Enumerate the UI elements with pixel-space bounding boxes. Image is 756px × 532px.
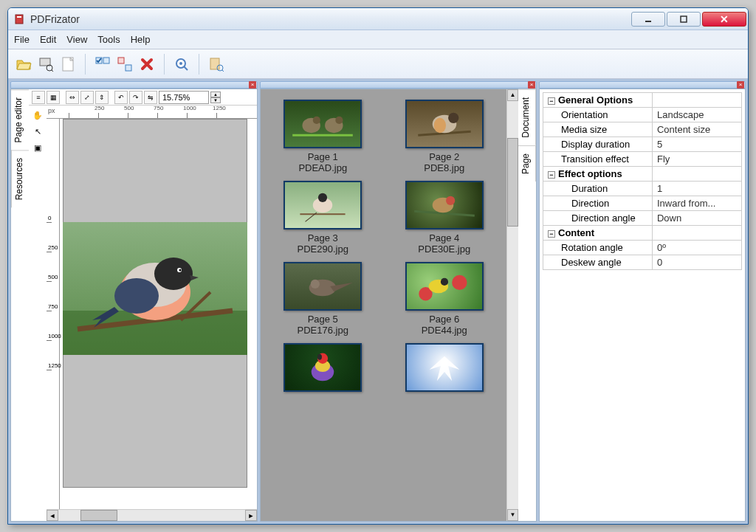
- svg-point-45: [452, 275, 467, 290]
- titlebar[interactable]: PDFrizator ✕: [8, 8, 748, 30]
- thumbnail-2[interactable]: Page 2 PDE8.jpg: [405, 100, 484, 173]
- app-icon: [14, 13, 26, 25]
- close-panel-icon[interactable]: ×: [528, 81, 535, 89]
- collapse-icon[interactable]: −: [548, 230, 555, 238]
- rotate-right-button[interactable]: ↷: [129, 91, 142, 104]
- prop-rot-key: Rotation angle: [543, 241, 653, 255]
- group-content[interactable]: −Content: [543, 226, 653, 241]
- hand-tool-icon[interactable]: ✋: [31, 108, 44, 122]
- tab-document[interactable]: Document: [518, 89, 536, 145]
- export-button[interactable]: [207, 55, 226, 74]
- prop-mediasize-val[interactable]: Content size: [652, 122, 741, 137]
- crop-tool-icon[interactable]: ▣: [31, 141, 44, 154]
- menu-help[interactable]: Help: [131, 34, 151, 45]
- hscroll[interactable]: ◄ ►: [47, 509, 257, 521]
- ruler-horizontal: px 250 500 750 1000 1250: [47, 106, 257, 119]
- preview-button[interactable]: [172, 55, 191, 74]
- delete-button[interactable]: [137, 55, 157, 74]
- prop-deskew-key: Deskew angle: [543, 255, 653, 270]
- svg-rect-15: [210, 58, 219, 69]
- thumbnail-3[interactable]: Page 3 PDE290.jpg: [284, 181, 362, 255]
- maximize-button[interactable]: [667, 12, 701, 27]
- tab-resources[interactable]: Resources: [11, 150, 29, 207]
- panel-header[interactable]: ×: [10, 81, 258, 89]
- prop-dispdur-val[interactable]: 5: [652, 137, 741, 152]
- canvas-image[interactable]: [63, 222, 247, 355]
- scroll-right-icon[interactable]: ►: [245, 510, 257, 521]
- select-all-button[interactable]: [93, 55, 112, 74]
- prop-orientation-val[interactable]: Landscape: [652, 108, 741, 122]
- editor-tool-1[interactable]: ≡: [32, 91, 45, 104]
- prop-trans-val[interactable]: Fly: [652, 152, 741, 167]
- titlebar-title: PDFrizator: [30, 13, 80, 25]
- menu-tools[interactable]: Tools: [97, 34, 120, 45]
- svg-point-27: [179, 269, 182, 272]
- thumbnail-8[interactable]: [405, 343, 484, 395]
- thumbnail-1[interactable]: Page 1 PDEAD.jpg: [284, 100, 362, 173]
- prop-dir-key: Direction: [543, 196, 653, 211]
- prop-mediasize-key: Media size: [543, 122, 653, 137]
- scroll-down-icon[interactable]: ▼: [507, 509, 518, 521]
- mid-sidetabs: Document Page: [518, 89, 536, 521]
- minimize-button[interactable]: [631, 12, 665, 27]
- prop-dirang-val[interactable]: Down: [652, 211, 741, 226]
- zoom-input[interactable]: [159, 91, 209, 104]
- thumbnails-area[interactable]: Page 1 PDEAD.jpg Page 2 PDE8.jpg Page 3 …: [261, 89, 506, 521]
- toolbar-separator: [199, 54, 199, 75]
- zoom-spinner[interactable]: ▲▼: [210, 91, 221, 103]
- panel-header[interactable]: ×: [260, 81, 537, 89]
- thumbnail-4[interactable]: Page 4 PDE30E.jpg: [405, 181, 484, 255]
- tab-page[interactable]: Page: [518, 145, 536, 182]
- thumbnail-6[interactable]: Page 6 PDE44.jpg: [405, 262, 484, 336]
- tab-page-editor[interactable]: Page editor: [11, 89, 29, 150]
- close-panel-icon[interactable]: ×: [737, 81, 744, 89]
- menu-edit[interactable]: Edit: [40, 34, 56, 45]
- deselect-button[interactable]: [115, 55, 134, 74]
- editor-tool-2[interactable]: ▦: [47, 91, 60, 104]
- group-general[interactable]: −General Options: [543, 93, 653, 108]
- svg-rect-10: [118, 58, 124, 63]
- prop-dispdur-key: Display duration: [543, 137, 653, 152]
- svg-rect-9: [103, 58, 109, 63]
- toolbar-separator: [164, 54, 165, 75]
- new-page-button[interactable]: [58, 55, 78, 74]
- menu-view[interactable]: View: [66, 34, 87, 45]
- svg-rect-3: [681, 16, 687, 22]
- thumbnail-7[interactable]: [284, 343, 362, 395]
- close-button[interactable]: ✕: [702, 12, 746, 27]
- scroll-up-icon[interactable]: ▲: [507, 89, 518, 101]
- vscroll-thumb[interactable]: [507, 138, 518, 227]
- svg-point-25: [114, 278, 159, 314]
- ruler-vertical: 0 250 500 750 1000 1250: [47, 119, 60, 509]
- collapse-icon[interactable]: −: [548, 171, 555, 179]
- prop-rot-val[interactable]: 0º: [652, 241, 741, 255]
- close-panel-icon[interactable]: ×: [249, 81, 256, 89]
- open-folder-button[interactable]: [14, 55, 33, 74]
- prop-dir-val[interactable]: Inward from...: [652, 196, 741, 211]
- properties-panel: × −General Options OrientationLandscape …: [539, 81, 746, 522]
- window-buttons: ✕: [630, 12, 746, 27]
- collapse-icon[interactable]: −: [548, 97, 555, 105]
- svg-point-24: [154, 258, 193, 290]
- scan-button[interactable]: [36, 55, 55, 74]
- pointer-tool-icon[interactable]: ↖: [31, 125, 44, 138]
- svg-rect-0: [16, 15, 23, 24]
- canvas[interactable]: [60, 119, 257, 509]
- prop-dirang-key: Direction angle: [543, 211, 653, 226]
- panel-header[interactable]: ×: [539, 81, 746, 89]
- fit-height-button[interactable]: ⇕: [95, 91, 109, 104]
- menu-file[interactable]: File: [14, 34, 30, 45]
- thumbnail-5[interactable]: Page 5 PDE176.jpg: [284, 262, 362, 336]
- flip-button[interactable]: ⇋: [144, 91, 157, 104]
- scroll-left-icon[interactable]: ◄: [47, 510, 58, 521]
- fit-width-button[interactable]: ⇔: [66, 91, 79, 104]
- properties-table: −General Options OrientationLandscape Me…: [543, 92, 742, 270]
- prop-dur-val[interactable]: 1: [652, 182, 741, 196]
- hscroll-thumb[interactable]: [80, 510, 117, 521]
- group-effect[interactable]: −Effect options: [543, 167, 653, 182]
- prop-deskew-val[interactable]: 0: [652, 255, 741, 270]
- vscroll[interactable]: ▲ ▼: [506, 89, 518, 521]
- rotate-left-button[interactable]: ↶: [114, 91, 128, 104]
- fit-page-button[interactable]: ⤢: [80, 91, 94, 104]
- menubar: File Edit View Tools Help: [8, 30, 748, 49]
